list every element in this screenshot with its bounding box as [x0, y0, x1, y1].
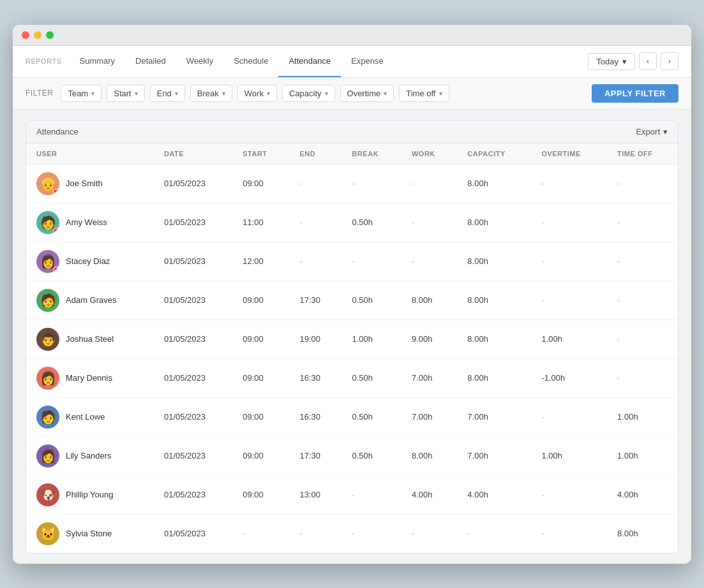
cell-end: 16:30 [290, 397, 342, 436]
empty-value: - [352, 529, 354, 538]
cell-end: - [290, 164, 342, 203]
attendance-table: USER DATE START END BREAK WORK CAPACITY … [26, 143, 678, 553]
col-capacity: CAPACITY [457, 143, 531, 165]
user-cell: 🧑Amy Weiss [26, 203, 154, 242]
cell-start: 09:00 [232, 397, 289, 436]
user-cell: 👩Lily Sanders [26, 436, 154, 475]
cell-capacity: 7.00h [457, 397, 531, 436]
empty-value: - [300, 179, 303, 188]
tab-summary[interactable]: Summary [69, 45, 125, 77]
col-overtime: OVERTIME [531, 143, 607, 165]
today-button[interactable]: Today ▾ [588, 53, 635, 70]
minimize-dot[interactable] [34, 31, 41, 39]
filter-bar: FILTER Team ▾ Start ▾ End ▾ Break ▾ Work… [13, 78, 691, 110]
cell-break: - [341, 164, 401, 203]
tab-weekly[interactable]: Weekly [176, 45, 223, 77]
cell-capacity: - [457, 514, 531, 553]
col-break: BREAK [341, 143, 401, 165]
apply-filter-button[interactable]: APPLY FILTER [592, 84, 678, 103]
work-filter[interactable]: Work ▾ [237, 85, 277, 102]
tab-schedule[interactable]: Schedule [223, 45, 278, 77]
cell-break: 0.50h [341, 203, 401, 242]
team-filter[interactable]: Team ▾ [61, 85, 101, 102]
cell-break: 0.50h [341, 281, 401, 320]
cell-timeoff: - [607, 358, 678, 397]
cell-overtime: - [531, 475, 607, 514]
cell-timeoff: 8.00h [607, 514, 678, 553]
cell-capacity: 8.00h [457, 164, 531, 203]
empty-value: - [243, 529, 245, 538]
empty-value: - [541, 179, 544, 188]
export-button[interactable]: Export ▾ [636, 127, 668, 136]
avatar: 👨 [36, 328, 59, 351]
avatar: 👴 [36, 172, 59, 195]
col-work: WORK [401, 143, 457, 165]
end-filter[interactable]: End ▾ [150, 85, 185, 102]
cell-break: 1.00h [341, 320, 401, 358]
avatar: 👩 [36, 445, 59, 467]
empty-value: - [412, 256, 414, 266]
avatar: 🐶 [36, 483, 59, 506]
cell-start: 09:00 [232, 475, 289, 514]
table-section-title: Attendance [36, 127, 79, 136]
reports-label: REPORTS [26, 57, 61, 65]
cell-start: 12:00 [232, 242, 289, 281]
status-dot [53, 228, 59, 233]
cell-start: 09:00 [232, 164, 289, 203]
nav-prev-button[interactable]: ‹ [639, 52, 657, 70]
cell-date: 01/05/2023 [154, 320, 232, 358]
user-cell: 🧑Adam Graves [26, 281, 154, 320]
cell-end: 17:30 [290, 281, 342, 320]
empty-value: - [352, 256, 354, 266]
cell-work: - [401, 164, 457, 203]
start-filter[interactable]: Start ▾ [107, 85, 144, 102]
empty-value: - [541, 529, 544, 538]
empty-value: - [617, 256, 620, 266]
maximize-dot[interactable] [46, 31, 54, 39]
cell-break: 0.50h [341, 397, 401, 436]
user-cell: 👩Stacey Diaz [26, 242, 154, 281]
table-row: 🧑Adam Graves01/05/202309:0017:300.50h8.0… [26, 281, 678, 320]
empty-value: - [467, 529, 470, 538]
cell-capacity: 8.00h [457, 320, 531, 358]
cell-date: 01/05/2023 [154, 164, 232, 203]
cell-date: 01/05/2023 [154, 242, 232, 281]
empty-value: - [541, 217, 544, 227]
cell-work: 7.00h [401, 358, 457, 397]
cell-overtime: -1.00h [531, 358, 607, 397]
empty-value: - [300, 529, 303, 538]
empty-value: - [617, 334, 620, 344]
cell-work: 8.00h [401, 436, 457, 475]
user-name: Sylvia Stone [66, 529, 112, 538]
break-filter[interactable]: Break ▾ [190, 85, 232, 102]
tab-expense[interactable]: Expense [341, 45, 394, 77]
user-name: Joe Smith [66, 179, 103, 188]
app-window: REPORTS Summary Detailed Weekly Schedule… [13, 25, 691, 564]
empty-value: - [352, 179, 354, 188]
timeoff-filter[interactable]: Time off ▾ [399, 85, 449, 102]
cell-overtime: - [531, 514, 607, 553]
tab-attendance[interactable]: Attendance [278, 45, 341, 77]
table-row: 👨Joshua Steel01/05/202309:0019:001.00h9.… [26, 320, 678, 358]
cell-start: - [232, 514, 289, 553]
cell-work: 7.00h [401, 397, 457, 436]
status-dot [53, 189, 59, 195]
empty-value: - [412, 529, 414, 538]
tab-detailed[interactable]: Detailed [125, 45, 176, 77]
table-row: 👩Mary Dennis01/05/202309:0016:300.50h7.0… [26, 358, 678, 397]
empty-value: - [617, 373, 620, 383]
cell-capacity: 8.00h [457, 358, 531, 397]
overtime-filter[interactable]: Overtime ▾ [340, 85, 394, 102]
cell-capacity: 4.00h [457, 475, 531, 514]
cell-work: 4.00h [401, 475, 457, 514]
cell-timeoff: 1.00h [607, 436, 678, 475]
nav-next-button[interactable]: › [661, 52, 678, 70]
close-dot[interactable] [22, 31, 29, 39]
cell-date: 01/05/2023 [154, 475, 232, 514]
user-cell: 🧑Kent Lowe [26, 397, 154, 436]
avatar: 👩 [36, 250, 59, 273]
user-name: Adam Graves [66, 295, 116, 305]
capacity-filter[interactable]: Capacity ▾ [282, 85, 335, 102]
filter-label: FILTER [26, 89, 53, 98]
user-name: Joshua Steel [66, 334, 114, 344]
